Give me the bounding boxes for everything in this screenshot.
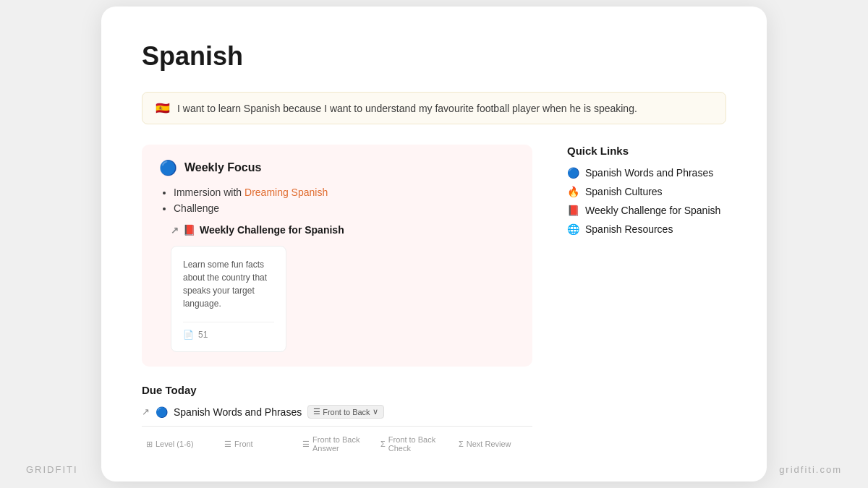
challenge-emoji-icon: 📕: [183, 224, 195, 236]
challenge-item: Challenge: [174, 202, 515, 214]
brand-right: gridfiti.com: [779, 464, 842, 475]
flag-icon: 🇪🇸: [156, 101, 170, 115]
immersion-prefix: Immersion with: [174, 187, 244, 198]
cultures-icon: 🔥: [567, 186, 579, 197]
col-front-icon: ☰: [224, 440, 231, 449]
immersion-item: Immersion with Dreaming Spanish: [174, 187, 515, 198]
challenge-card[interactable]: Learn some fun facts about the country t…: [171, 246, 286, 352]
quick-link-challenge[interactable]: 📕 Weekly Challenge for Spanish: [567, 205, 726, 216]
words-label: Spanish Words and Phrases: [585, 167, 713, 179]
page-footer: GRIDFITI gridfiti.com: [0, 464, 868, 475]
due-today-title: Due Today: [142, 384, 532, 396]
badge-label: Front to Back: [323, 408, 370, 416]
cultures-label: Spanish Cultures: [585, 186, 663, 197]
weekly-focus-list: Immersion with Dreaming Spanish Challeng…: [159, 187, 515, 214]
main-content: 🔵 Weekly Focus Immersion with Dreaming S…: [142, 145, 726, 455]
main-container: Spanish 🇪🇸 I want to learn Spanish becau…: [101, 7, 767, 481]
badge-chevron: ∨: [373, 407, 378, 416]
challenge-label: Weekly Challenge for Spanish: [585, 205, 720, 216]
col-fba-label: Front to Back Answer: [312, 435, 372, 453]
col-nr-label: Next Review: [467, 440, 511, 448]
col-level: ⊞ Level (1-6): [142, 432, 220, 455]
quick-link-words[interactable]: 🔵 Spanish Words and Phrases: [567, 167, 726, 179]
challenge-arrow-icon: ↗: [171, 225, 179, 236]
page-title: Spanish: [142, 41, 726, 72]
col-level-label: Level (1-6): [156, 440, 194, 448]
col-nr-icon: Σ: [459, 440, 464, 448]
col-next-review: Σ Next Review: [454, 432, 532, 455]
due-today-section: Due Today ↗ 🔵 Spanish Words and Phrases …: [142, 384, 532, 455]
card-count: 51: [198, 330, 208, 340]
resources-icon: 🌐: [567, 223, 579, 235]
resources-label: Spanish Resources: [585, 223, 673, 235]
front-to-back-badge[interactable]: ☰ Front to Back ∨: [307, 405, 383, 419]
brand-left: GRIDFITI: [26, 464, 78, 475]
col-front-back-answer: ☰ Front to Back Answer: [298, 432, 376, 455]
col-fbc-icon: Σ: [380, 440, 386, 448]
challenge-link-title: Weekly Challenge for Spanish: [200, 224, 344, 236]
col-fba-icon: ☰: [302, 440, 310, 449]
card-doc-icon: 📄: [183, 330, 194, 340]
col-front-back-check: Σ Front to Back Check: [376, 432, 454, 455]
quick-link-resources[interactable]: 🌐 Spanish Resources: [567, 223, 726, 235]
quick-links-section: Quick Links 🔵 Spanish Words and Phrases …: [567, 145, 726, 242]
motivation-text: I want to learn Spanish because I want t…: [177, 103, 637, 114]
quick-links-title: Quick Links: [567, 145, 726, 157]
col-front: ☰ Front: [220, 432, 298, 455]
left-column: 🔵 Weekly Focus Immersion with Dreaming S…: [142, 145, 532, 455]
weekly-focus-header: 🔵 Weekly Focus: [159, 159, 515, 176]
due-item-icon: 🔵: [156, 406, 168, 418]
words-icon: 🔵: [567, 167, 579, 179]
challenge-card-text: Learn some fun facts about the country t…: [183, 258, 274, 310]
table-header-row: ⊞ Level (1-6) ☰ Front ☰ Front to Back An…: [142, 426, 532, 455]
col-fbc-label: Front to Back Check: [388, 435, 450, 453]
weekly-focus-icon: 🔵: [159, 159, 177, 176]
quick-link-cultures[interactable]: 🔥 Spanish Cultures: [567, 186, 726, 197]
dreaming-spanish-link[interactable]: Dreaming Spanish: [244, 187, 328, 198]
weekly-focus-title: Weekly Focus: [184, 161, 261, 174]
col-level-icon: ⊞: [146, 440, 153, 449]
weekly-focus-section: 🔵 Weekly Focus Immersion with Dreaming S…: [142, 145, 532, 367]
challenge-icon: 📕: [567, 205, 579, 216]
challenge-link-row[interactable]: ↗ 📕 Weekly Challenge for Spanish: [159, 224, 515, 236]
due-item-row: ↗ 🔵 Spanish Words and Phrases ☰ Front to…: [142, 405, 532, 419]
due-item-arrow: ↗: [142, 406, 150, 417]
badge-icon: ☰: [313, 407, 320, 416]
col-front-label: Front: [234, 440, 253, 448]
due-item-title: Spanish Words and Phrases: [174, 406, 302, 418]
motivation-banner: 🇪🇸 I want to learn Spanish because I wan…: [142, 92, 726, 124]
challenge-card-footer: 📄 51: [183, 322, 274, 340]
